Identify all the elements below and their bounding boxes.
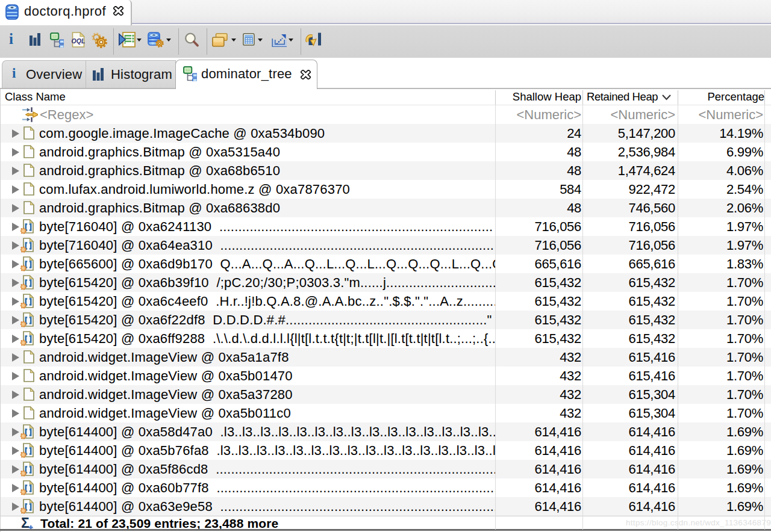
svg-text:OQL: OQL: [72, 37, 85, 45]
svg-text:i: i: [12, 67, 16, 81]
svg-text:Σ: Σ: [21, 518, 30, 530]
svg-text:i: i: [9, 32, 13, 47]
